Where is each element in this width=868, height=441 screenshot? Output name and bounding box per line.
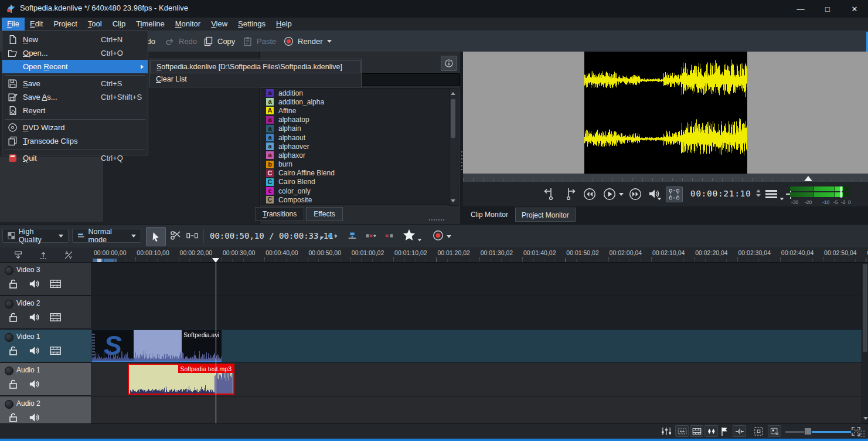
snap-button[interactable] — [733, 425, 746, 437]
transition-list-item[interactable]: a addition — [261, 89, 449, 97]
track-name[interactable]: Video 2 — [16, 299, 40, 307]
track-header[interactable]: Audio 2 — [0, 396, 91, 423]
monitor-playhead-marker[interactable] — [804, 176, 812, 181]
menubar-item[interactable]: Timeline — [131, 18, 170, 30]
scroll-down-icon[interactable] — [863, 415, 868, 422]
fit-zone-button[interactable] — [675, 425, 689, 437]
track-lane[interactable] — [91, 396, 868, 423]
timecode-spinner[interactable] — [756, 189, 761, 197]
track-name[interactable]: Audio 1 — [16, 366, 40, 374]
zoom-fit-button[interactable] — [754, 426, 764, 438]
timecode-caret[interactable] — [320, 237, 324, 239]
monitor-timecode[interactable]: 00:00:21:10 — [690, 189, 751, 198]
edit-mode-combo[interactable]: Normal mode — [72, 229, 141, 243]
track-target-led[interactable] — [5, 266, 13, 275]
transition-list-item[interactable]: C Composite — [261, 195, 449, 204]
menubar-item[interactable]: Tool — [83, 18, 107, 30]
menu-item[interactable]: Quit Ctrl+Q — [2, 151, 148, 165]
recent-file-item[interactable]: Clear List — [150, 73, 361, 86]
extract-zone-from-timeline-icon[interactable] — [39, 250, 48, 260]
render-button[interactable]: Render — [284, 30, 332, 52]
lock-track-icon[interactable] — [7, 378, 19, 390]
lock-track-icon[interactable] — [7, 311, 19, 323]
selection-tool-button[interactable] — [146, 227, 166, 246]
transition-list-item[interactable]: a alphaxor — [261, 151, 449, 160]
transition-list-item[interactable]: b burn — [261, 160, 449, 169]
overwrite-zone-button[interactable] — [346, 230, 358, 243]
hide-video-icon[interactable] — [49, 345, 62, 357]
transition-list-item[interactable]: A Affine — [261, 106, 449, 115]
monitor-tab[interactable]: Clip Monitor — [465, 208, 514, 222]
show-audio-thumbnails-button[interactable] — [704, 425, 718, 437]
track-name[interactable]: Video 1 — [16, 333, 40, 341]
lock-track-icon[interactable] — [7, 412, 19, 423]
menubar-item[interactable]: Edit — [25, 18, 48, 30]
transition-list-item[interactable]: a addition_alpha — [261, 97, 449, 106]
track-header[interactable]: Video 1 — [0, 330, 91, 363]
zoom-out-button[interactable] — [768, 425, 781, 437]
track-lane[interactable] — [91, 296, 868, 330]
render-dropdown-caret[interactable] — [327, 40, 332, 43]
mute-track-icon[interactable] — [28, 345, 40, 357]
menu-item[interactable]: Save As... Ctrl+Shift+S — [2, 90, 148, 104]
clip-resize-handle[interactable] — [92, 334, 95, 357]
redo-button[interactable]: Redo — [165, 30, 197, 52]
menu-item[interactable]: Revert — [2, 104, 148, 117]
menubar-item[interactable]: Project — [48, 18, 82, 30]
play-dropdown-caret[interactable] — [619, 193, 624, 196]
track-target-led[interactable] — [5, 400, 13, 409]
razor-tool-button[interactable] — [170, 230, 182, 243]
insert-zone-in-timeline-icon[interactable] — [13, 250, 23, 260]
track-target-led[interactable] — [5, 367, 13, 375]
timeline-vscrollbar[interactable] — [862, 263, 868, 423]
track-name[interactable]: Video 3 — [16, 266, 40, 274]
show-markers-button[interactable] — [720, 426, 729, 438]
track-name[interactable]: Audio 2 — [16, 399, 40, 408]
toolbar-splitter-handle[interactable] — [428, 219, 445, 221]
timeline-playhead[interactable] — [216, 262, 216, 423]
close-button[interactable]: ✕ — [841, 0, 868, 18]
mute-track-icon[interactable] — [28, 311, 40, 323]
mute-track-icon[interactable] — [28, 378, 40, 390]
record-caret[interactable] — [447, 235, 451, 238]
scroll-down-icon[interactable] — [450, 196, 457, 205]
menu-item[interactable]: Save Ctrl+S — [2, 77, 148, 90]
transition-list-item[interactable]: C Cairo Affine Blend — [261, 169, 449, 178]
show-video-thumbnails-button[interactable] — [690, 425, 703, 437]
show-description-button[interactable] — [441, 56, 457, 71]
track-lane[interactable] — [91, 263, 868, 296]
transition-list-scrollbar[interactable] — [449, 88, 458, 206]
video-clip[interactable]: S Softpedia.avi — [92, 330, 222, 362]
play-button[interactable] — [603, 188, 616, 201]
menubar-item[interactable]: Clip — [107, 18, 131, 30]
zone-handle[interactable] — [97, 259, 101, 263]
favorite-caret[interactable] — [418, 239, 421, 242]
menubar-item[interactable]: Monitor — [170, 18, 206, 30]
lock-track-icon[interactable] — [7, 345, 19, 357]
track-target-led[interactable] — [5, 333, 13, 342]
volume-dropdown-caret[interactable] — [658, 198, 661, 201]
track-header[interactable]: Audio 1 — [0, 363, 91, 396]
project-bin-list[interactable] — [0, 157, 103, 222]
hide-video-icon[interactable] — [49, 278, 62, 290]
window-resize-grip[interactable] — [857, 430, 866, 437]
menu-item[interactable]: Open... Ctrl+O — [2, 46, 148, 60]
scrollbar-thumb[interactable] — [451, 99, 455, 138]
spacer-tool-button[interactable] — [186, 230, 198, 243]
paste-button[interactable]: Paste — [243, 30, 276, 52]
track-header[interactable]: Video 2 — [0, 296, 91, 330]
forward-button[interactable] — [629, 188, 642, 201]
recent-file-item[interactable]: Softpedia.kdenlive [D:\Softpedia Files\S… — [150, 60, 361, 73]
transition-list-item[interactable]: C Cairo Blend — [261, 178, 449, 186]
menu-item[interactable]: Transcode Clips — [2, 134, 148, 148]
menubar-item[interactable]: View — [206, 18, 233, 30]
audio-clip-selected[interactable]: Softpedia test.mp3 — [128, 364, 234, 395]
scrollbar-thumb[interactable] — [863, 264, 867, 352]
lock-track-icon[interactable] — [7, 278, 19, 290]
extract-zone-button[interactable] — [365, 230, 377, 243]
zoom-slider-handle[interactable] — [804, 428, 812, 435]
monitor-menu-caret[interactable] — [780, 198, 784, 201]
favorite-effects-button[interactable] — [402, 228, 416, 242]
menu-item[interactable]: Open Recent — [2, 60, 148, 73]
transition-list-item[interactable]: c color_only — [261, 186, 449, 195]
